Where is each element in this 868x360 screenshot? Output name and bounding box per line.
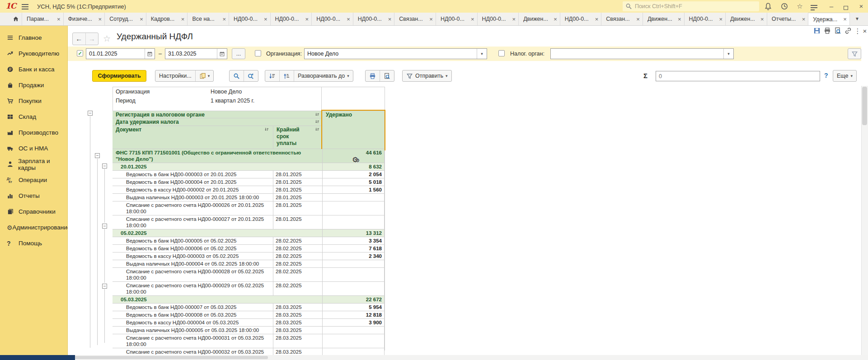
deadline-cell[interactable]: 28.01.2025: [273, 178, 321, 186]
deadline-cell[interactable]: 28.02.2025: [273, 245, 321, 252]
document-cell[interactable]: Списание с расчетного счета НД00-000028 …: [113, 268, 273, 281]
deadline-cell[interactable]: 28.03.2025: [273, 319, 321, 326]
amount-cell[interactable]: 5 954: [322, 304, 385, 311]
date-from-field[interactable]: [86, 48, 155, 59]
document-row[interactable]: Ведомость в банк НД00-000005 от 05.02.20…: [113, 237, 385, 245]
tab-close-icon[interactable]: ×: [140, 16, 143, 23]
column-header-hold-date[interactable]: Дата удержания налога: [113, 118, 321, 126]
window-close-icon[interactable]: ×: [857, 2, 866, 10]
document-row[interactable]: Списание с расчетного счета НД00-000029 …: [113, 282, 385, 296]
document-cell[interactable]: Выдача наличных НД00-000003 от 20.01.202…: [113, 194, 273, 201]
tax-office-input[interactable]: [551, 51, 723, 57]
sidebar-item-1[interactable]: Главное: [0, 30, 67, 46]
deadline-cell[interactable]: 28.02.2025: [273, 237, 321, 244]
sum-input[interactable]: [656, 73, 820, 79]
tab[interactable]: Все на...×: [188, 13, 229, 25]
amount-cell[interactable]: [322, 327, 385, 334]
date-to-field[interactable]: [165, 48, 227, 59]
tax-office-field[interactable]: ▾: [550, 48, 734, 59]
tab-close-icon[interactable]: ×: [636, 16, 640, 23]
expand-groups-button[interactable]: [280, 70, 294, 81]
document-cell[interactable]: Ведомость в банк НД00-000006 от 05.02.20…: [113, 245, 273, 252]
amount-cell[interactable]: [322, 268, 385, 281]
tab-close-icon[interactable]: ×: [471, 16, 474, 23]
date-cell[interactable]: 20.01.2025: [113, 163, 321, 170]
sort-icon[interactable]: [315, 112, 320, 119]
tab[interactable]: Кадров...×: [146, 13, 188, 25]
date-to-input[interactable]: [165, 51, 217, 57]
favorites-star-icon[interactable]: ☆: [795, 2, 804, 10]
amount-cell[interactable]: [322, 215, 385, 229]
document-row[interactable]: Ведомость в кассу НД00-000002 от 20.01.2…: [113, 186, 385, 194]
sidebar-item-4[interactable]: Продажи: [0, 77, 67, 93]
restore-icon[interactable]: [841, 4, 850, 12]
sidebar-item-3[interactable]: ₽Банк и касса: [0, 61, 67, 77]
tab[interactable]: Движен...×: [519, 13, 560, 25]
document-cell[interactable]: Ведомость в банк НД00-000008 от 05.03.20…: [113, 311, 273, 318]
amount-cell[interactable]: 5 018: [322, 178, 385, 186]
amount-cell[interactable]: [322, 282, 385, 295]
tab-close-icon[interactable]: ×: [99, 16, 102, 23]
settings-button[interactable]: Настройки...: [155, 70, 196, 81]
tab-close-icon[interactable]: ×: [843, 16, 847, 23]
tab-close-icon[interactable]: ×: [512, 16, 516, 23]
date-group-row[interactable]: 05.03.202522 672: [113, 296, 385, 304]
document-cell[interactable]: Ведомость в банк НД00-000007 от 05.03.20…: [113, 304, 273, 311]
back-button[interactable]: ←: [73, 33, 86, 45]
document-cell[interactable]: Списание с расчетного счета НД00-000029 …: [113, 282, 273, 295]
amount-cell[interactable]: [322, 260, 385, 267]
document-row[interactable]: Ведомость в банк НД00-000008 от 05.03.20…: [113, 311, 385, 319]
deadline-cell[interactable]: 28.01.2025: [273, 194, 321, 201]
document-row[interactable]: Выдача наличных НД00-000004 от 05.02.202…: [113, 260, 385, 268]
column-header-registration[interactable]: Регистрация в налоговом органе: [113, 111, 321, 118]
tab-close-icon[interactable]: ×: [305, 16, 309, 23]
vertical-scrollbar[interactable]: [861, 86, 868, 355]
document-row[interactable]: Ведомость в банк НД00-000003 от 20.01.20…: [113, 171, 385, 178]
deadline-cell[interactable]: 28.01.2025: [273, 201, 321, 215]
org-input[interactable]: [305, 51, 477, 57]
sidebar-item-11[interactable]: Отчеты: [0, 188, 67, 204]
document-cell[interactable]: Ведомость в банк НД00-000004 от 20.01.20…: [113, 178, 273, 186]
group-name-cell[interactable]: ФНС 7715 КПП 771501001 (Общество с огран…: [113, 149, 321, 163]
history-icon[interactable]: [780, 2, 789, 10]
tab[interactable]: НД00-0...×: [353, 13, 395, 25]
sidebar-item-14[interactable]: ?Помощь: [0, 235, 67, 251]
deadline-cell[interactable]: 28.03.2025: [273, 311, 321, 318]
collapse-button[interactable]: –: [102, 284, 107, 289]
tab[interactable]: Парам...×: [22, 13, 64, 25]
document-row[interactable]: Ведомость в банк НД00-000006 от 05.02.20…: [113, 245, 385, 252]
document-cell[interactable]: Списание с расчетного счета НД00-000026 …: [113, 201, 273, 215]
period-more-button[interactable]: ...: [232, 48, 245, 59]
sidebar-item-8[interactable]: ОС и НМА: [0, 140, 67, 156]
tab[interactable]: Связан...×: [394, 13, 436, 25]
date-from-input[interactable]: [86, 51, 145, 57]
amount-cell[interactable]: 3 900: [322, 319, 385, 326]
sidebar-item-10[interactable]: ДтКтОперации: [0, 172, 67, 188]
document-cell[interactable]: Списание с расчетного счета НД00-000027 …: [113, 215, 273, 229]
home-tab[interactable]: [10, 13, 22, 25]
tab-close-icon[interactable]: ×: [429, 16, 433, 23]
favorite-star-icon[interactable]: ☆: [103, 33, 111, 44]
document-row[interactable]: Ведомость в кассу НД00-000004 от 05.03.2…: [113, 319, 385, 327]
sort-icon[interactable]: [264, 127, 269, 134]
notifications-bell-icon[interactable]: [764, 2, 773, 10]
find-button[interactable]: [230, 70, 244, 81]
tab[interactable]: НД00-0...×: [478, 13, 519, 25]
sidebar-item-13[interactable]: ⚙Администрирование: [0, 220, 67, 235]
filter-settings-button[interactable]: [848, 48, 861, 59]
sidebar-item-6[interactable]: Склад: [0, 109, 67, 125]
tab[interactable]: НД00-0...×: [560, 13, 602, 25]
tab-close-icon[interactable]: ×: [222, 16, 226, 23]
find-next-button[interactable]: [244, 70, 258, 81]
document-cell[interactable]: Ведомость в кассу НД00-000002 от 20.01.2…: [113, 186, 273, 193]
calendar-icon[interactable]: [217, 49, 227, 59]
date-total-cell[interactable]: 8 632: [322, 163, 385, 170]
tab-close-icon[interactable]: ×: [802, 16, 806, 23]
amount-cell[interactable]: [322, 201, 385, 215]
document-row[interactable]: Ведомость в банк НД00-000004 от 20.01.20…: [113, 178, 385, 186]
tab-close-icon[interactable]: ×: [760, 16, 764, 23]
dropdown-arrow-icon[interactable]: ▾: [723, 49, 733, 59]
document-cell[interactable]: Выдача наличных НД00-000005 от 05.03.202…: [113, 327, 273, 334]
document-cell[interactable]: Ведомость в банк НД00-000005 от 05.02.20…: [113, 237, 273, 244]
tab[interactable]: НД00-0...×: [685, 13, 726, 25]
